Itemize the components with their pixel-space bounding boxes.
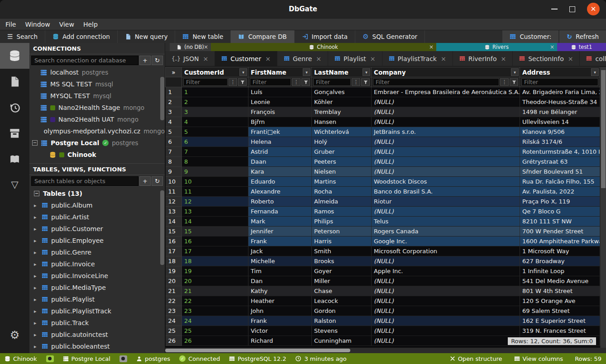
tab-playlist[interactable]: Playlist× [328, 51, 382, 66]
row-number[interactable]: 2 [166, 97, 182, 107]
row-number[interactable]: 11 [166, 187, 182, 197]
cell-firstname[interactable]: Kathy [248, 286, 312, 296]
row-number[interactable]: 18 [166, 256, 182, 266]
chevron-right-icon[interactable]: ▸ [34, 308, 38, 314]
chevron-right-icon[interactable]: ▸ [34, 344, 38, 350]
tab-playlisttrack[interactable]: PlaylistTrack× [382, 51, 453, 66]
filter-input-address[interactable] [521, 78, 598, 86]
connection-item-nano2health-uat[interactable]: Nano2Health UATmongo [29, 113, 165, 125]
cell-customerid[interactable]: 3 [182, 107, 248, 117]
cell-lastname[interactable]: Peeters [312, 157, 372, 167]
cell-company[interactable]: Woodstock Discos [372, 177, 520, 187]
cell-customerid[interactable]: 23 [182, 306, 248, 316]
cell-company[interactable]: (NULL) [372, 326, 520, 336]
cell-address[interactable]: Theodor-Heuss-Straße 34 [520, 97, 600, 107]
cell-customerid[interactable]: 14 [182, 217, 248, 227]
view-columns-button[interactable]: View columns [514, 355, 563, 362]
database-tab-group-test1[interactable]: test1 [557, 43, 606, 51]
cell-lastname[interactable]: Leacock [312, 296, 372, 306]
table-item-public-employee[interactable]: ▸public.Employee [29, 235, 165, 246]
row-number[interactable]: 15 [166, 227, 182, 236]
cell-firstname[interactable]: Frank [248, 316, 312, 326]
cell-firstname[interactable]: Bjřrn [248, 117, 312, 127]
close-window-icon[interactable]: ✕ [587, 3, 600, 15]
cell-customerid[interactable]: 1 [182, 87, 248, 97]
cell-lastname[interactable]: Köhler [312, 97, 372, 107]
cell-address[interactable]: Sřnder Boulevard 51 [520, 167, 600, 177]
table-item-public-autoinctest[interactable]: ▸public.autoinctest [29, 329, 165, 340]
cell-firstname[interactable]: Franti□ek [248, 127, 312, 137]
close-icon[interactable]: × [370, 55, 376, 62]
cell-lastname[interactable]: Almeida [312, 197, 372, 207]
cell-lastname[interactable]: Chase [312, 286, 372, 296]
cell-company[interactable]: (NULL) [372, 207, 520, 217]
chevron-right-icon[interactable]: ▸ [34, 261, 38, 267]
cell-firstname[interactable]: Richard [248, 336, 312, 346]
row-number[interactable]: 21 [166, 286, 182, 296]
add-connection-plus-icon[interactable]: + [139, 56, 151, 65]
cell-lastname[interactable]: Rocha [312, 187, 372, 197]
cell-company[interactable]: Embraer - Empresa Brasileira de Aeronáut… [372, 87, 520, 97]
cell-lastname[interactable]: Peterson [312, 227, 372, 236]
cell-company[interactable]: (NULL) [372, 296, 520, 306]
cell-company[interactable]: (NULL) [372, 117, 520, 127]
cell-firstname[interactable]: Leonie [248, 97, 312, 107]
tab-json[interactable]: {..}JSON× [165, 51, 215, 66]
table-item-public-mediatype[interactable]: ▸public.MediaType [29, 282, 165, 293]
cell-firstname[interactable]: Alexandre [248, 187, 312, 197]
menu-item-view[interactable]: View [59, 21, 74, 28]
open-structure-button[interactable]: Open structure [450, 355, 502, 362]
grid-corner-expand-icon[interactable]: » [166, 67, 182, 77]
cell-firstname[interactable]: Eduardo [248, 177, 312, 187]
filter-funnel-icon[interactable] [361, 78, 370, 86]
cell-address[interactable]: Praça Pio X, 119 [520, 197, 600, 207]
cell-address[interactable]: Qe 7 Bloco G [520, 207, 600, 217]
cell-firstname[interactable]: Frank [248, 236, 312, 246]
table-item-public-playlist[interactable]: ▸public.Playlist [29, 293, 165, 305]
cell-lastname[interactable]: Nielsen [312, 167, 372, 177]
cell-company[interactable]: (NULL) [372, 306, 520, 316]
database-tab-group-chinook[interactable]: Chinook× [211, 43, 436, 51]
toolbar-button-current-tab-customer[interactable]: Customer: [502, 30, 558, 43]
chevron-down-icon[interactable]: ▾ [363, 68, 370, 76]
cell-address[interactable]: 700 W Pender Street [520, 227, 600, 236]
cell-customerid[interactable]: 24 [182, 316, 248, 326]
column-header-firstname[interactable]: FirstName▾ [248, 67, 312, 77]
tab-customer[interactable]: Customer× [215, 51, 277, 66]
cell-lastname[interactable]: Ralston [312, 316, 372, 326]
cell-customerid[interactable]: 15 [182, 227, 248, 236]
cell-firstname[interactable]: François [248, 107, 312, 117]
connection-item-mysql-test[interactable]: MYSQL TESTmysql [29, 90, 165, 102]
kebab-menu-icon[interactable]: ⋮ [500, 78, 509, 86]
cell-address[interactable]: 69 Salem Street [520, 306, 600, 316]
rail-triangle-icon[interactable]: ▽ [0, 172, 29, 198]
toolbar-button-compare-db[interactable]: Compare DB [231, 30, 294, 43]
connection-item-postgre-local[interactable]: −Postgre Local✓postgres [29, 137, 165, 149]
chevron-down-icon[interactable]: ▾ [303, 68, 310, 76]
chevron-down-icon[interactable]: ▾ [591, 68, 599, 76]
minimize-icon[interactable] [551, 9, 558, 9]
cell-lastname[interactable]: Gruber [312, 147, 372, 157]
filter-funnel-icon[interactable] [510, 78, 518, 86]
cell-address[interactable]: Klanova 9/506 [520, 127, 600, 137]
cell-address[interactable]: 1600 Amphitheatre Parkwa [520, 236, 600, 246]
cell-lastname[interactable]: Goyer [312, 266, 372, 276]
grid-horizontal-scrollbar[interactable] [165, 348, 606, 353]
chevron-right-icon[interactable]: ▸ [34, 320, 38, 326]
grid-vertical-scrollbar[interactable] [600, 67, 606, 348]
cell-company[interactable]: Apple Inc. [372, 266, 520, 276]
cell-address[interactable]: Av. Brigadeiro Faria Lima, 2 [520, 87, 600, 97]
database-tab-group-rivers[interactable]: Rivers× [436, 43, 557, 51]
column-header-customerid[interactable]: CustomerId▾ [182, 67, 248, 77]
connection-item-nano2health-stage[interactable]: Nano2Health Stagemongo [29, 102, 165, 113]
rail-database-icon[interactable] [0, 43, 29, 69]
cell-lastname[interactable]: Miller [312, 276, 372, 286]
cell-firstname[interactable]: Tim [248, 266, 312, 276]
cell-customerid[interactable]: 26 [182, 336, 248, 346]
cell-firstname[interactable]: Helena [248, 137, 312, 147]
collapse-icon[interactable]: − [32, 140, 38, 146]
cell-firstname[interactable]: Fernanda [248, 207, 312, 217]
row-number[interactable]: 17 [166, 246, 182, 256]
cell-address[interactable]: Grétrystraat 63 [520, 157, 600, 167]
row-number[interactable]: 5 [166, 127, 182, 137]
